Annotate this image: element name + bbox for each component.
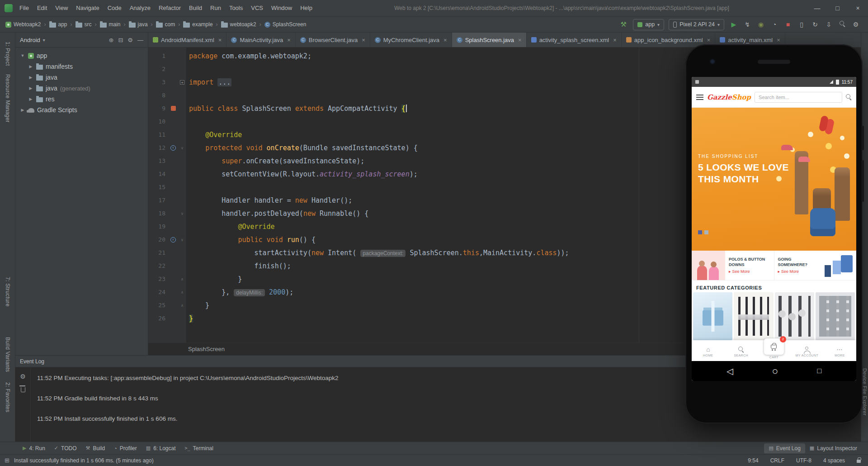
tool-window-button-6-logcat[interactable]: ▥6: Logcat <box>142 443 180 453</box>
phone-nav-home[interactable]: ⌂HOME <box>692 345 725 357</box>
maximize-button[interactable]: □ <box>827 0 848 16</box>
tab-splashscreen-java[interactable]: SplashScreen.java× <box>452 33 527 47</box>
tree-item-java-generated[interactable]: ▶java (generated) <box>15 83 148 94</box>
fold-marker-icon[interactable]: ∧ <box>178 277 186 281</box>
device-manager-icon[interactable]: ▯ <box>797 20 807 29</box>
close-tab-icon[interactable]: × <box>218 37 222 43</box>
chevron-down-icon[interactable]: ▼ <box>20 53 25 58</box>
search-everywhere-icon[interactable] <box>837 20 847 29</box>
tool-window-button-build[interactable]: ⚒Build <box>81 443 110 453</box>
android-home-button[interactable]: ○ <box>772 365 778 377</box>
code-text[interactable]: super.onCreate(savedInstanceState); <box>186 157 364 165</box>
debug-icon[interactable]: ◉ <box>756 20 766 29</box>
profile-icon[interactable]: ◔ <box>769 20 779 29</box>
breadcrumb-item-example[interactable]: example <box>183 21 212 28</box>
make-project-icon[interactable]: ⚒ <box>618 20 628 29</box>
tool-window-button-todo[interactable]: ✓TODO <box>50 443 81 453</box>
breadcrumb-item-webtoapk2[interactable]: Webtoapk2 <box>5 21 41 28</box>
promo-tile-polos-button-downs[interactable]: POLOS & BUTTON DOWNS▸See More <box>692 251 774 280</box>
phone-nav-my-account[interactable]: MY ACCOUNT <box>790 345 823 357</box>
code-text[interactable]: public void run() { <box>186 236 316 244</box>
shop-search-field[interactable] <box>755 92 842 103</box>
chevron-right-icon[interactable]: ▶ <box>20 108 25 112</box>
breadcrumb-item-main[interactable]: main <box>100 21 121 28</box>
tree-item-app[interactable]: ▼app <box>15 50 148 61</box>
hero-banner[interactable]: THE SHOPPING LIST 5 LOOKS WE LOVE THIS M… <box>692 108 856 251</box>
code-text[interactable]: @Override <box>186 223 275 231</box>
menu-tools[interactable]: Tools <box>225 0 247 16</box>
override-marker-icon[interactable]: ↑ <box>168 145 178 151</box>
collapse-all-icon[interactable]: ⊟ <box>118 37 123 43</box>
indent-setting[interactable]: 4 spaces <box>823 457 845 464</box>
tool-window-stripe-7-structure[interactable]: 7: Structure <box>5 277 11 307</box>
tool-window-button-4-run[interactable]: ▶4: Run <box>18 443 50 453</box>
category-image-brushes[interactable] <box>734 292 773 340</box>
file-encoding[interactable]: UTF-8 <box>796 457 811 464</box>
breadcrumb-item-splashscreen[interactable]: SplashScreen <box>264 21 307 28</box>
fold-marker-icon[interactable]: ∧ <box>178 303 186 308</box>
code-text[interactable]: handler.postDelayed(new Runnable() { <box>186 209 368 218</box>
chevron-right-icon[interactable]: ▶ <box>28 86 33 90</box>
code-text[interactable]: setContentView(R.layout.activity_splash_… <box>186 170 418 178</box>
settings-icon[interactable]: ⚙ <box>851 20 861 29</box>
chevron-right-icon[interactable]: ▶ <box>28 75 33 80</box>
tree-item-manifests[interactable]: ▶manifests <box>15 61 148 72</box>
code-text[interactable]: } <box>186 314 193 323</box>
tool-window-button-event-log[interactable]: ▤Event Log <box>764 443 805 453</box>
code-text[interactable]: } <box>186 301 209 309</box>
menu-help[interactable]: Help <box>296 0 316 16</box>
device-selector[interactable]: Pixel 2 API 24 ▾ <box>669 19 724 30</box>
category-image-gadgets[interactable] <box>816 292 855 340</box>
code-text[interactable]: finish(); <box>186 262 291 270</box>
code-text[interactable]: }, delayMillis: 2000); <box>186 288 293 296</box>
hide-panel-icon[interactable]: — <box>137 37 143 43</box>
phone-nav-search[interactable]: SEARCH <box>725 345 758 357</box>
search-input[interactable] <box>759 95 838 100</box>
tree-item-res[interactable]: ▶res <box>15 94 148 105</box>
fold-marker-icon[interactable]: ∧ <box>178 290 186 295</box>
run-icon[interactable]: ▶ <box>729 20 739 29</box>
sync-project-icon[interactable]: ↻ <box>810 20 820 29</box>
tool-window-stripe-resource-manager[interactable]: Resource Manager <box>5 74 11 123</box>
close-button[interactable]: × <box>848 0 868 16</box>
event-log-settings-icon[interactable]: ⚙ <box>20 373 26 380</box>
code-text[interactable]: startActivity(new Intent( packageContext… <box>186 249 569 257</box>
android-recents-button[interactable]: □ <box>817 367 821 375</box>
tree-item-gradle-scripts[interactable]: ▶Gradle Scripts <box>15 105 148 115</box>
editor-breadcrumb[interactable]: SplashScreen <box>188 346 225 352</box>
chevron-right-icon[interactable]: ▶ <box>28 64 33 69</box>
locate-file-icon[interactable]: ⊕ <box>109 37 114 43</box>
menu-navigate[interactable]: Navigate <box>72 0 103 16</box>
run-config-selector[interactable]: app ▾ <box>633 19 664 30</box>
apply-changes-icon[interactable]: ↯ <box>742 20 752 29</box>
menu-build[interactable]: Build <box>185 0 206 16</box>
toolwindow-toggle-icon[interactable]: ⊞ <box>5 457 9 464</box>
menu-file[interactable]: File <box>15 0 33 16</box>
menu-edit[interactable]: Edit <box>33 0 51 16</box>
tab-browserclient-java[interactable]: BrowserClient.java× <box>296 33 370 47</box>
phone-nav-cart[interactable]: 2CART <box>758 342 791 359</box>
sdk-manager-icon[interactable]: ⇩ <box>824 20 834 29</box>
category-image-gift-box[interactable] <box>693 292 732 340</box>
menu-refactor[interactable]: Refactor <box>155 0 185 16</box>
chevron-right-icon[interactable]: ▶ <box>28 97 33 101</box>
tab-mychromeclient-java[interactable]: MyChromeClient.java× <box>370 33 452 47</box>
class-marker-icon[interactable] <box>168 106 178 111</box>
close-tab-icon[interactable]: × <box>287 37 291 43</box>
close-tab-icon[interactable]: × <box>518 37 522 43</box>
close-tab-icon[interactable]: × <box>443 37 447 43</box>
page-indicator[interactable] <box>704 230 708 234</box>
see-more-link[interactable]: ▸See More <box>729 269 770 274</box>
code-text[interactable]: package com.example.webtoapk2; <box>186 52 311 60</box>
override-marker-icon[interactable]: ↑ <box>168 237 178 243</box>
page-indicator-active[interactable] <box>698 230 702 234</box>
tree-item-java[interactable]: ▶java <box>15 72 148 83</box>
stop-icon[interactable]: ■ <box>783 20 793 29</box>
menu-run[interactable]: Run <box>206 0 225 16</box>
category-image-watches[interactable] <box>775 292 814 340</box>
tool-window-stripe-build-variants[interactable]: Build Variants <box>5 337 11 372</box>
project-view-selector[interactable]: Android <box>20 37 40 43</box>
breadcrumb-item-app[interactable]: app <box>49 21 67 28</box>
code-text[interactable]: } <box>186 275 242 283</box>
code-text[interactable]: public class SplashScreen extends AppCom… <box>186 105 407 113</box>
